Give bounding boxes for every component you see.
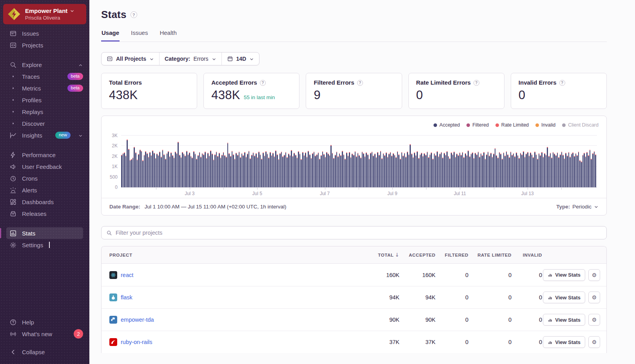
project-settings-gear-button[interactable]: ⚙ [588, 292, 600, 303]
project-filter-value: All Projects [116, 56, 146, 62]
siren-icon [9, 187, 17, 194]
sidebar-item-releases[interactable]: Releases [0, 208, 89, 219]
bar [316, 154, 318, 187]
bar [355, 151, 356, 187]
bar [474, 158, 475, 187]
project-link[interactable]: empower-tda [121, 317, 154, 323]
bar [369, 159, 370, 187]
sidebar-item-stats[interactable]: Stats [0, 227, 89, 239]
bar-chart[interactable]: 05001K2K2K3K [121, 136, 597, 188]
bar [540, 155, 541, 187]
rate-limited-value: 0 [468, 272, 512, 278]
view-stats-button[interactable]: View Stats [543, 336, 585, 348]
bar [268, 158, 269, 187]
sidebar-item-help[interactable]: Help [0, 316, 89, 328]
bar [421, 153, 422, 187]
bar [250, 158, 251, 187]
sidebar-item-settings[interactable]: Settings [0, 239, 89, 251]
view-stats-button[interactable]: View Stats [543, 292, 585, 303]
bar [541, 152, 542, 187]
sidebar-item-traces[interactable]: Tracesbeta [0, 71, 89, 82]
bar [254, 156, 255, 187]
sidebar-item-performance[interactable]: Performance [0, 149, 89, 161]
project-link[interactable]: ruby-on-rails [121, 339, 152, 345]
sidebar-item-crons[interactable]: Crons [0, 172, 89, 184]
help-icon[interactable]: ? [260, 80, 266, 86]
date-range-dropdown[interactable]: 14D [221, 53, 259, 65]
sidebar-item-profiles[interactable]: Profiles [0, 94, 89, 106]
bar [400, 159, 401, 187]
sidebar-item-metrics[interactable]: Metricsbeta [0, 82, 89, 94]
y-axis-label: 1K [112, 164, 118, 169]
bar [424, 153, 425, 187]
python-logo-icon [109, 316, 117, 324]
project-link[interactable]: react [121, 272, 133, 278]
org-user-name: Priscila Oliveira [25, 15, 74, 21]
legend-item-filtered[interactable]: Filtered [466, 122, 489, 128]
legend-item-accepted[interactable]: Accepted [434, 122, 460, 128]
tab-bar: UsageIssuesHealth [101, 29, 607, 42]
bar [330, 145, 332, 187]
bar [482, 155, 483, 187]
sidebar-item-dashboards[interactable]: Dashboards [0, 196, 89, 208]
bar [427, 152, 428, 187]
project-search-input[interactable] [116, 230, 602, 236]
bar [213, 159, 214, 187]
card-subtext: 55 in last min [244, 94, 275, 100]
sidebar-item-projects[interactable]: Projects [0, 39, 89, 51]
legend-item-client-discard[interactable]: Client Discard [562, 122, 599, 128]
sidebar-item-label: Releases [22, 210, 47, 217]
new-badge: new [55, 132, 71, 139]
bar [420, 154, 421, 187]
bar [365, 156, 366, 187]
project-settings-gear-button[interactable]: ⚙ [588, 269, 600, 281]
org-switcher[interactable]: Empower Plant Priscila Oliveira [3, 4, 86, 24]
sidebar-item-discover[interactable]: Discover [0, 118, 89, 129]
sidebar-item-collapse[interactable]: Collapse [0, 346, 89, 358]
sidebar-item-label: What's new [22, 331, 52, 337]
tab-issues[interactable]: Issues [131, 29, 148, 42]
card-title: Filtered Errors [314, 79, 354, 86]
bar [439, 154, 441, 187]
column-header-project[interactable]: PROJECT [109, 253, 362, 257]
bar [521, 154, 523, 187]
bar [502, 159, 503, 187]
help-icon[interactable]: ? [559, 80, 565, 86]
column-header-total[interactable]: TOTAL↓ [362, 252, 399, 258]
sidebar-section: StatsSettings [0, 227, 89, 251]
help-icon[interactable]: ? [474, 80, 479, 86]
legend-item-rate-limited[interactable]: Rate Limited [495, 122, 529, 128]
sidebar-item-explore[interactable]: Explore [0, 59, 89, 71]
usage-chart-panel: AcceptedFilteredRate LimitedInvalidClien… [101, 116, 607, 216]
view-stats-button[interactable]: View Stats [543, 269, 585, 281]
legend-dot [466, 123, 470, 127]
column-header-filtered[interactable]: FILTERED [435, 253, 468, 257]
project-filter-dropdown[interactable]: All Projects [102, 53, 159, 65]
page-help-icon[interactable]: ? [131, 11, 137, 18]
column-header-rate-limited[interactable]: RATE LIMITED [468, 253, 512, 257]
project-settings-gear-button[interactable]: ⚙ [588, 314, 600, 326]
chart-type-dropdown[interactable]: Type: Periodic [556, 204, 599, 210]
view-stats-button[interactable]: View Stats [543, 314, 585, 326]
sidebar-item-what-s-new[interactable]: What's new2 [0, 328, 89, 340]
sidebar-item-replays[interactable]: Replays [0, 106, 89, 118]
sidebar-item-user-feedback[interactable]: User Feedback [0, 161, 89, 172]
bar [284, 155, 285, 187]
help-icon[interactable]: ? [357, 80, 363, 86]
legend-dot [434, 123, 437, 127]
sidebar-item-issues[interactable]: Issues [0, 27, 89, 39]
project-settings-gear-button[interactable]: ⚙ [588, 336, 600, 348]
legend-item-invalid[interactable]: Invalid [535, 122, 555, 128]
column-header-invalid[interactable]: INVALID [512, 253, 542, 257]
bar [372, 152, 373, 187]
project-link[interactable]: flask [121, 294, 132, 301]
column-header-accepted[interactable]: ACCEPTED [399, 253, 435, 257]
bar [198, 155, 199, 187]
tab-usage[interactable]: Usage [101, 29, 120, 42]
bar [513, 153, 514, 187]
tab-health[interactable]: Health [159, 29, 177, 42]
sidebar-item-insights[interactable]: Insightsnew [0, 129, 89, 141]
sidebar-item-alerts[interactable]: Alerts [0, 184, 89, 196]
chevron-down-icon [70, 9, 74, 13]
category-filter-dropdown[interactable]: Category: Errors [159, 53, 221, 65]
